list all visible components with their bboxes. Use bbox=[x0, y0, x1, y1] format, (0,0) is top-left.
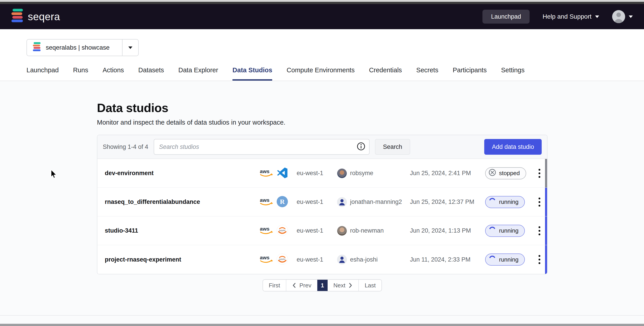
tab-credentials[interactable]: Credentials bbox=[369, 67, 402, 81]
page-subtitle: Monitor and inspect the details of data … bbox=[97, 119, 548, 126]
tab-launchpad[interactable]: Launchpad bbox=[26, 67, 59, 81]
aws-icon: aws bbox=[260, 197, 274, 207]
info-icon[interactable] bbox=[356, 142, 366, 152]
status-label: running bbox=[499, 256, 518, 263]
tab-participants[interactable]: Participants bbox=[452, 67, 487, 81]
row-menu-button[interactable] bbox=[534, 195, 544, 209]
seqera-logo-icon bbox=[33, 49, 41, 53]
aws-icon: aws bbox=[260, 168, 274, 178]
page-next-button[interactable]: Next bbox=[328, 280, 358, 291]
tab-settings[interactable]: Settings bbox=[501, 67, 524, 81]
svg-text:aws: aws bbox=[260, 197, 270, 203]
avatar bbox=[612, 10, 625, 23]
workspace-selector[interactable]: seqeralabs | showcase bbox=[26, 39, 139, 56]
vscode-icon bbox=[277, 167, 288, 179]
help-and-support-menu[interactable]: Help and Support bbox=[542, 13, 599, 20]
page-current[interactable]: 1 bbox=[317, 280, 328, 291]
svg-text:jupyter: jupyter bbox=[279, 229, 286, 231]
tab-datasets[interactable]: Datasets bbox=[138, 67, 164, 81]
footer-divider bbox=[0, 315, 644, 316]
created-date: Jun 25, 2024, 2:41 PM bbox=[410, 170, 485, 177]
first-label: First bbox=[269, 282, 280, 289]
status-label: running bbox=[499, 198, 518, 205]
status-bar bbox=[545, 216, 547, 245]
workspace-dropdown-toggle[interactable] bbox=[122, 40, 138, 56]
table-row[interactable]: dev-environment aws eu-west-1 robsyme Ju… bbox=[98, 159, 547, 188]
seqera-logo-icon bbox=[11, 21, 23, 24]
studio-icons: aws R bbox=[260, 196, 297, 208]
created-date: Jun 25, 2024, 12:37 PM bbox=[410, 198, 485, 205]
studio-region: eu-west-1 bbox=[297, 256, 337, 263]
help-label: Help and Support bbox=[542, 13, 592, 20]
row-menu-button[interactable] bbox=[534, 167, 544, 180]
status-bar bbox=[545, 159, 547, 187]
top-navbar: seqera Launchpad Help and Support bbox=[0, 4, 644, 29]
next-label: Next bbox=[334, 282, 345, 289]
chevron-down-icon bbox=[629, 16, 633, 18]
chevron-down-icon bbox=[128, 47, 132, 49]
tabs: LaunchpadRunsActionsDatasetsData Explore… bbox=[26, 67, 644, 81]
tab-data-studios[interactable]: Data Studios bbox=[232, 67, 272, 81]
studio-name[interactable]: studio-3411 bbox=[105, 227, 260, 234]
chevron-left-icon bbox=[292, 282, 296, 288]
status-label: stopped bbox=[499, 170, 520, 177]
main-content: Data studios Monitor and inspect the det… bbox=[97, 101, 548, 291]
tab-secrets[interactable]: Secrets bbox=[416, 67, 438, 81]
svg-text:aws: aws bbox=[260, 168, 270, 174]
table-row[interactable]: project-rnaseq-experiment aws jupyter eu… bbox=[98, 245, 547, 274]
studio-region: eu-west-1 bbox=[297, 170, 337, 177]
mouse-cursor bbox=[51, 170, 58, 180]
search-field bbox=[154, 139, 370, 155]
studios-table: Showing 1-4 of 4 Search Add data studio … bbox=[97, 135, 548, 274]
table-row[interactable]: rnaseq_to_differentialabundance aws R eu… bbox=[98, 188, 547, 216]
tab-actions[interactable]: Actions bbox=[102, 67, 124, 81]
created-date: Jun 11, 2024, 2:33 PM bbox=[410, 256, 485, 263]
studio-name[interactable]: rnaseq_to_differentialabundance bbox=[105, 198, 260, 205]
browser-chrome-top bbox=[0, 0, 644, 2]
table-row[interactable]: studio-3411 aws jupyter eu-west-1 rob-ne… bbox=[98, 216, 547, 245]
row-menu-button[interactable] bbox=[534, 253, 544, 266]
tab-compute-environments[interactable]: Compute Environments bbox=[286, 67, 354, 81]
user-avatar bbox=[337, 226, 347, 236]
user-name: jonathan-manning2 bbox=[350, 198, 402, 205]
search-input[interactable] bbox=[154, 139, 356, 154]
studio-icons: aws bbox=[260, 167, 297, 179]
status-badge: running bbox=[485, 196, 525, 208]
user-name: robsyme bbox=[350, 170, 374, 177]
search-button[interactable]: Search bbox=[375, 139, 410, 155]
user-menu[interactable] bbox=[612, 10, 633, 23]
rstudio-icon: R bbox=[277, 196, 288, 208]
page-first-button[interactable]: First bbox=[263, 280, 286, 291]
window-edge bbox=[0, 2, 644, 4]
studio-icons: aws jupyter bbox=[260, 253, 297, 266]
row-menu-button[interactable] bbox=[534, 224, 544, 237]
status-bar bbox=[545, 188, 547, 216]
studio-name[interactable]: project-rnaseq-experiment bbox=[105, 256, 260, 263]
studio-name[interactable]: dev-environment bbox=[105, 170, 260, 177]
aws-icon: aws bbox=[260, 255, 274, 264]
svg-text:R: R bbox=[280, 198, 285, 205]
page-prev-button[interactable]: Prev bbox=[286, 280, 317, 291]
browser-chrome-bottom bbox=[0, 324, 644, 326]
studio-icons: aws jupyter bbox=[260, 225, 297, 237]
user-name: rob-newman bbox=[350, 227, 384, 234]
chevron-down-icon bbox=[595, 16, 599, 18]
status-label: running bbox=[499, 227, 518, 234]
user-avatar bbox=[337, 168, 347, 178]
studio-user: esha-joshi bbox=[337, 255, 410, 264]
brand-text: seqera bbox=[28, 11, 60, 23]
seqera-brand[interactable]: seqera bbox=[11, 9, 60, 25]
page-title: Data studios bbox=[97, 101, 548, 115]
status-bar bbox=[545, 245, 547, 274]
table-body: dev-environment aws eu-west-1 robsyme Ju… bbox=[98, 159, 547, 274]
results-count: Showing 1-4 of 4 bbox=[103, 143, 148, 150]
svg-text:aws: aws bbox=[260, 226, 270, 232]
launchpad-button[interactable]: Launchpad bbox=[482, 10, 530, 24]
tab-runs[interactable]: Runs bbox=[73, 67, 88, 81]
jupyter-icon: jupyter bbox=[277, 253, 288, 266]
add-data-studio-button[interactable]: Add data studio bbox=[484, 139, 542, 155]
tab-data-explorer[interactable]: Data Explorer bbox=[178, 67, 218, 81]
status-badge: running bbox=[485, 225, 525, 237]
page-last-button[interactable]: Last bbox=[359, 280, 382, 291]
svg-text:aws: aws bbox=[260, 255, 270, 260]
